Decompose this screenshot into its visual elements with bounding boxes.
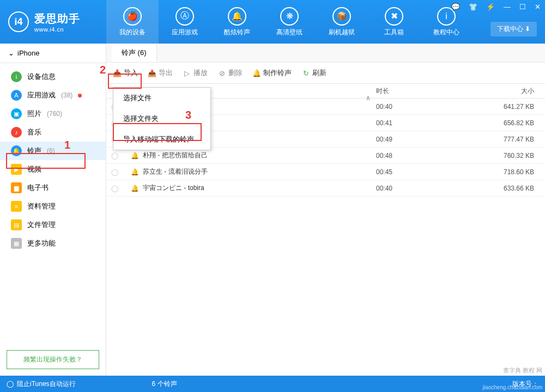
chevron-down-icon: ⌄ (8, 49, 14, 57)
nav-1[interactable]: Ⓐ应用游戏 (159, 0, 211, 44)
column-size[interactable]: 大小 (491, 87, 545, 96)
sidebar-item-3[interactable]: ♪音乐 (0, 123, 106, 142)
win-control-3[interactable]: — (501, 2, 513, 12)
nav-icon: 🔔 (228, 7, 246, 26)
device-selector[interactable]: ⌄ iPhone (0, 44, 106, 63)
nav-icon: ✖ (385, 7, 403, 26)
sidebar-item-7[interactable]: ≡资料管理 (0, 197, 106, 216)
export-button[interactable]: 📤导出 (148, 68, 173, 78)
brand-url: www.i4.cn (34, 26, 80, 33)
sidebar-icon: ▤ (11, 219, 22, 230)
table-row[interactable]: ◯🔔苏立生 - 流着泪说分手00:45718.60 KB (106, 164, 545, 180)
sidebar-icon: ≡ (11, 201, 22, 212)
win-control-1[interactable]: 👕 (467, 2, 480, 12)
play-icon: ▷ (183, 69, 191, 77)
sidebar-item-2[interactable]: ▣照片(760) (0, 105, 106, 123)
sidebar-icon: ▶ (11, 164, 22, 175)
sidebar-icon: i (11, 71, 22, 82)
sidebar-icon: ♪ (11, 127, 22, 138)
win-control-5[interactable]: ✕ (532, 2, 543, 12)
download-center-button[interactable]: 下载中心 ⬇ (491, 22, 537, 36)
watermark-url: jiaocheng.chazidian.com (482, 384, 542, 390)
row-radio[interactable]: ◯ (106, 168, 123, 176)
refresh-icon: ↻ (301, 69, 310, 77)
nav-0[interactable]: 🍎我的设备 (106, 0, 159, 44)
nav-icon: Ⓐ (175, 7, 194, 26)
sidebar-item-5[interactable]: ▶视频 (0, 160, 106, 179)
sidebar-icon: A (11, 90, 22, 101)
win-control-2[interactable]: ⚡ (484, 2, 497, 12)
sidebar-item-8[interactable]: ▤文件管理 (0, 216, 106, 234)
win-control-4[interactable]: ☐ (517, 2, 528, 12)
sidebar-item-4[interactable]: 🔔铃声(6) (0, 142, 106, 160)
device-name: iPhone (17, 49, 39, 57)
play-button[interactable]: ▷播放 (183, 68, 208, 78)
logo-area: i4 爱思助手 www.i4.cn (0, 11, 106, 33)
row-radio[interactable]: ◯ (106, 185, 123, 192)
win-control-0[interactable]: 💬 (449, 2, 462, 12)
delete-icon: ⊘ (217, 69, 226, 77)
bell-icon: 🔔 (131, 152, 143, 160)
nav-icon: 🍎 (123, 7, 142, 26)
tab-ringtones[interactable]: 铃声 (6) (112, 44, 157, 62)
brand-name: 爱思助手 (34, 11, 80, 26)
status-count: 6 个铃声 (152, 379, 177, 389)
column-duration[interactable]: 时长 (376, 87, 491, 96)
nav-icon: 📦 (332, 7, 351, 26)
sidebar-icon: ▦ (11, 238, 22, 249)
bell-icon: 🔔 (131, 168, 143, 176)
sidebar-icon: 🔔 (11, 145, 22, 156)
import-icon: 📥 (113, 69, 122, 77)
watermark: 查字典 教程 网 (503, 366, 542, 375)
dropdown-import-mobile[interactable]: 导入移动端下载的铃声 (113, 129, 210, 150)
sidebar-item-9[interactable]: ▦更多功能 (0, 234, 106, 253)
import-label: 导入 (124, 68, 138, 78)
nav-3[interactable]: ❋高清壁纸 (263, 0, 316, 44)
faq-link[interactable]: 频繁出现操作失败？ (7, 350, 99, 369)
status-itunes-block[interactable]: ◯ 阻止iTunes自动运行 (7, 379, 76, 389)
nav-4[interactable]: 📦刷机越狱 (316, 0, 368, 44)
notification-dot (78, 94, 82, 97)
bell-icon: 🔔 (131, 185, 143, 192)
dropdown-select-file[interactable]: 选择文件 (113, 88, 210, 108)
sidebar-icon: ▣ (11, 108, 22, 119)
bell-plus-icon: 🔔 (252, 69, 261, 77)
sort-icon: ∧ (366, 94, 371, 102)
refresh-button[interactable]: ↻刷新 (301, 68, 326, 78)
nav-5[interactable]: ✖工具箱 (368, 0, 420, 44)
nav-icon: ❋ (280, 7, 299, 26)
import-dropdown: 选择文件 选择文件夹 导入移动端下载的铃声 (113, 87, 211, 150)
nav-2[interactable]: 🔔酷炫铃声 (211, 0, 263, 44)
sidebar-icon: ▆ (11, 182, 22, 193)
make-ringtone-button[interactable]: 🔔制作铃声 (252, 68, 292, 78)
sidebar-item-6[interactable]: ▆电子书 (0, 179, 106, 197)
dropdown-select-folder[interactable]: 选择文件夹 (113, 108, 210, 129)
logo-badge: i4 (8, 11, 29, 32)
sidebar-item-0[interactable]: i设备信息 (0, 68, 106, 86)
export-icon: 📤 (148, 69, 156, 77)
delete-button[interactable]: ⊘删除 (217, 68, 243, 78)
import-button[interactable]: 📥 导入 (113, 68, 138, 78)
row-radio[interactable]: ◯ (106, 152, 123, 160)
sidebar-item-1[interactable]: A应用游戏(38) (0, 86, 106, 105)
circle-icon: ◯ (7, 380, 14, 388)
table-row[interactable]: ◯🔔宇宙コンビニ - tobira00:40633.66 KB (106, 180, 545, 197)
